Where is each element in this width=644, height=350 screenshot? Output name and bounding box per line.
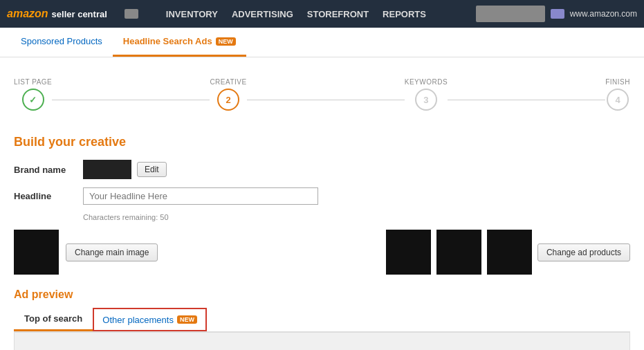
nav-inventory[interactable]: INVENTORY [166, 9, 218, 19]
seller-central-text: seller central [52, 9, 107, 19]
step-list-page-circle: ✓ [22, 89, 44, 111]
top-navigation: amazon seller central INVENTORY ADVERTIS… [0, 0, 644, 28]
step-finish-circle: 4 [607, 89, 629, 111]
ad-preview-area [14, 332, 630, 350]
step-line-1 [52, 100, 210, 100]
step-creative-circle: 2 [217, 89, 239, 111]
tab-sponsored-products[interactable]: Sponsored Products [10, 28, 113, 57]
domain-text: www.amazon.com [570, 9, 637, 19]
amazon-text: amazon [7, 8, 48, 20]
product-image-2 [436, 230, 481, 275]
preview-tab-top-search[interactable]: Top of search [14, 308, 93, 331]
step-keywords-circle: 3 [415, 89, 437, 111]
step-finish-label: FINISH [605, 78, 630, 86]
preview-tab-other-placements-label: Other placements [102, 315, 174, 325]
headline-row: Headline [14, 187, 630, 205]
headline-new-badge: NEW [216, 37, 236, 46]
steps-progress: LIST PAGE ✓ CREATIVE 2 KEYWORDS 3 FINISH… [14, 71, 630, 118]
product-images: Change ad products [386, 230, 630, 275]
step-creative: CREATIVE 2 [210, 78, 246, 111]
preview-tabs: Top of search Other placements NEW [14, 308, 630, 332]
change-main-image-button[interactable]: Change main image [66, 243, 158, 261]
build-creative-title: Build your creative [14, 135, 630, 149]
headline-label: Headline [14, 191, 83, 201]
step-keywords: KEYWORDS 3 [405, 78, 448, 111]
product-image-1 [386, 230, 431, 275]
step-line-3 [448, 100, 605, 100]
step-finish: FINISH 4 [605, 78, 630, 111]
tab-headline-search-ads[interactable]: Headline Search Ads NEW [113, 28, 246, 57]
step-creative-label: CREATIVE [210, 78, 246, 86]
country-flag [551, 9, 564, 19]
preview-tab-top-search-label: Top of search [24, 313, 82, 324]
other-placements-new-badge: NEW [177, 315, 197, 324]
flag-icon [125, 9, 138, 19]
nav-links: INVENTORY ADVERTISING STOREFRONT REPORTS [166, 9, 426, 19]
nav-right: www.amazon.com [476, 6, 637, 22]
brand-name-label: Brand name [14, 165, 83, 175]
brand-name-box [83, 160, 131, 179]
main-content: LIST PAGE ✓ CREATIVE 2 KEYWORDS 3 FINISH… [0, 57, 644, 350]
amazon-logo: amazon seller central [7, 8, 107, 20]
edit-brand-button[interactable]: Edit [137, 162, 167, 177]
step-keywords-label: KEYWORDS [405, 78, 448, 86]
char-remaining: Characters remaining: 50 [83, 213, 630, 221]
ad-preview-title: Ad preview [14, 288, 630, 301]
step-list-page: LIST PAGE ✓ [14, 78, 52, 111]
preview-tab-other-placements[interactable]: Other placements NEW [93, 308, 207, 331]
image-row: Change main image Change ad products [14, 230, 630, 275]
brand-name-row: Brand name Edit [14, 160, 630, 179]
nav-reports[interactable]: REPORTS [383, 9, 426, 19]
tab-sponsored-products-label: Sponsored Products [21, 36, 102, 46]
nav-storefront[interactable]: STOREFRONT [307, 9, 369, 19]
tab-bar: Sponsored Products Headline Search Ads N… [0, 28, 644, 57]
tab-headline-label: Headline Search Ads [123, 36, 212, 46]
nav-search-box [476, 6, 545, 22]
change-ad-products-button[interactable]: Change ad products [537, 243, 630, 261]
step-line-2 [247, 100, 405, 100]
main-image-box [14, 230, 59, 275]
headline-input[interactable] [83, 187, 318, 205]
product-image-3 [487, 230, 532, 275]
step-list-page-label: LIST PAGE [14, 78, 52, 86]
nav-advertising[interactable]: ADVERTISING [232, 9, 293, 19]
